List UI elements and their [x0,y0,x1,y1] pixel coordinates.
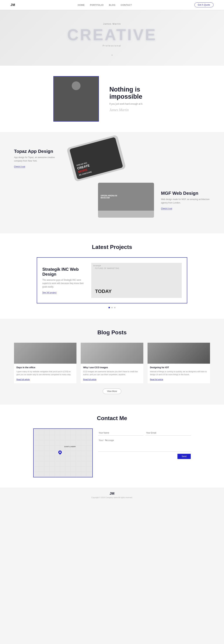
phone-screen: DREAM BIG CREATE MORE BE AWESOME [69,137,123,180]
portfolio-item-mgf-title: MGF Web Design [161,190,210,196]
laptop-text: OPERA ARENA IN MOSCOW [101,194,117,199]
blog-title-1: Why I use CCO images [83,366,141,369]
dot-3[interactable] [114,307,116,308]
map-container: SAINT-LANDRY [33,428,93,477]
blog-title-0: Days in the office [17,366,74,369]
footer-logo: JM [4,492,220,496]
portfolio-item-topaz-text: Topaz App Design App design for Topaz, a… [14,149,63,168]
send-button[interactable]: Send [177,454,191,459]
hero-title: CREATIVE [67,27,157,42]
contact-form: Send [98,428,191,477]
phone-mockup: DREAM BIG CREATE MORE BE AWESOME [66,135,126,182]
blog-content-1: Why I use CCO images CCO images are awes… [81,364,143,383]
project-img-big-text: TODAY [95,288,112,294]
map-pin [58,450,62,455]
laptop-screen: OPERA ARENA IN MOSCOW [98,183,154,211]
dot-2[interactable] [111,307,113,308]
nav-link-portfolio[interactable]: PORTFOLIO [90,4,103,6]
blog-section-title: Blog Posts [14,329,210,336]
person-figure [66,82,87,116]
person-head [72,82,80,90]
quote-subtext: If you just work hard enough at it. [109,102,171,105]
blog-link-2[interactable]: Read full article [150,378,163,380]
blog-content-2: Designing for IOT Internet of things is … [148,364,210,383]
blog-card-0: Days in the office I gave many of my web… [14,343,76,383]
blog-link-0[interactable]: Read full article [17,378,30,380]
nav-links: HOME PORTFOLIO BLOG CONTACT [78,3,132,6]
nav-link-contact[interactable]: CONTACT [121,4,132,6]
map-grid [34,429,92,477]
portfolio-item-topaz-desc: App design for Topaz, an awesome creativ… [14,156,63,162]
blog-card-2: Designing for IOT Internet of things is … [148,343,210,383]
name-input[interactable] [98,430,143,436]
quote-heading: Nothing is impossible [109,86,171,100]
blog-excerpt-0: I gave many of my website navigation tha… [17,370,74,376]
portfolio-item-mgf-text: MGF Web Design Web design made for MGF, … [161,190,210,210]
latest-projects-section: Latest Projects Strategik INC Web Design… [0,233,224,319]
project-image-inner: Strategik FUTURE OF MARKETING TODAY [91,263,181,298]
map-pin-dot [59,452,61,453]
project-card-desc: The awesome guys at Strategik INC were s… [42,278,84,288]
footer: JM Copyright © 2019 Company name All rig… [0,488,224,502]
blog-link-1[interactable]: Read full article [83,378,96,380]
blog-title-2: Designing for IOT [150,366,207,369]
blog-img-placeholder-1 [81,343,143,364]
blog-img-0 [14,343,76,364]
footer-copyright: Copyright © 2019 Company name All rights… [4,496,220,498]
project-dots [14,307,210,308]
blog-section: Blog Posts Days in the office I gave man… [0,319,224,404]
portfolio-item-topaz-title: Topaz App Design [14,149,63,154]
laptop-mockup: OPERA ARENA IN MOSCOW [98,183,154,218]
project-img-label: Strategik [93,265,101,266]
view-more-wrap: View More [14,388,210,394]
quote-section: Nothing is impossible If you just work h… [0,66,224,132]
laptop-base [98,211,154,218]
blog-img-1 [81,343,143,364]
map-label: SAINT-LANDRY [64,446,76,448]
phone-screen-text: DREAM BIG CREATE MORE BE AWESOME [76,161,92,176]
project-card-title: Strategik INC Web Design [42,267,84,277]
latest-projects-title: Latest Projects [14,244,210,250]
portfolio-item-mgf-desc: Web design made for MGF, an amazing arch… [161,198,210,204]
project-card-text: Strategik INC Web Design The awesome guy… [42,267,84,294]
nav-logo: JM [11,3,15,7]
nav-link-home[interactable]: HOME [78,4,85,6]
scroll-down-icon[interactable]: ⌄ [110,52,114,56]
hero-name: James Martin [103,22,121,25]
hero-section: James Martin CREATIVE Professional ⌄ [0,10,224,66]
person-body [68,91,84,114]
project-img-tagline: FUTURE OF MARKETING [95,268,119,269]
blog-grid: Days in the office I gave many of my web… [14,343,210,383]
project-card-image: Strategik FUTURE OF MARKETING TODAY [91,263,182,298]
form-row-1 [98,430,191,436]
email-input[interactable] [145,430,191,436]
contact-title: Contact Me [14,415,210,422]
blog-img-placeholder-0 [14,343,76,364]
dot-1[interactable] [108,307,110,308]
portfolio-item-mgf-link[interactable]: Check it out [161,207,172,210]
blog-card-1: Why I use CCO images CCO images are awes… [81,343,143,383]
navbar: JM HOME PORTFOLIO BLOG CONTACT Get A Quo… [0,0,224,10]
quote-image [54,76,98,121]
project-card: Strategik INC Web Design The awesome guy… [37,257,187,304]
hero-subtitle: Professional [102,44,122,47]
portfolio-item-mgf: MGF Web Design Web design made for MGF, … [14,183,210,218]
nav-link-blog[interactable]: BLOG [109,4,115,6]
message-input[interactable] [98,438,191,452]
view-more-button[interactable]: View More [103,388,121,394]
portfolio-section: Topaz App Design App design for Topaz, a… [0,132,224,233]
laptop-line2: MOSCOW [101,197,117,199]
portfolio-item-topaz-link[interactable]: Check it out [14,166,25,168]
blog-excerpt-2: Internet of things is coming so quickly,… [150,370,207,376]
contact-section: Contact Me SAINT-LANDRY Send [0,404,224,488]
get-quote-button[interactable]: Get A Quote [194,2,213,7]
quote-signature: James Martin [109,108,129,112]
blog-content-0: Days in the office I gave many of my web… [14,364,76,383]
portfolio-item-topaz: Topaz App Design App design for Topaz, a… [14,141,210,176]
quote-image-frame [53,76,99,122]
project-card-link[interactable]: See full project [42,291,57,294]
quote-text: Nothing is impossible If you just work h… [109,86,171,112]
laptop-line1: OPERA ARENA IN [101,194,117,197]
blog-img-2 [148,343,210,364]
contact-inner: SAINT-LANDRY Send [33,428,191,477]
